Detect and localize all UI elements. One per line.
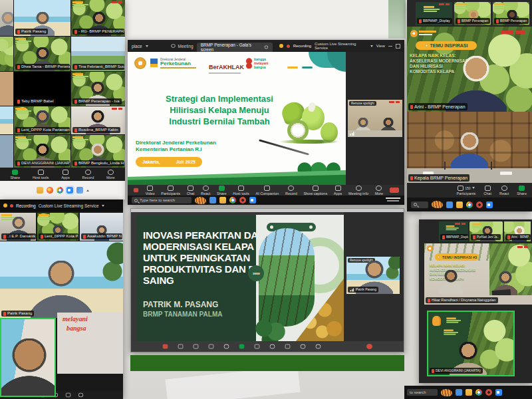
toolbar-icon[interactable]	[78, 393, 82, 397]
remove-spotlight-button[interactable]: Remove spotlight	[349, 101, 376, 106]
participants-button[interactable]: 150 Participants	[457, 186, 476, 196]
host-tools-button[interactable]: Host tools	[33, 170, 49, 180]
file-explorer-icon[interactable]	[466, 389, 472, 396]
camera-icon[interactable]	[178, 344, 184, 349]
file-explorer-icon[interactable]	[456, 201, 463, 208]
participant-tile[interactable]: Patrik Pasang	[14, 0, 70, 36]
share-button[interactable]: Share	[10, 170, 20, 180]
participant-tile[interactable]: ..l E.P. Damanik - B..	[0, 213, 36, 241]
firefox-icon[interactable]	[47, 187, 53, 194]
participant-tile[interactable]	[0, 72, 13, 106]
task-view-icon[interactable]	[456, 389, 462, 396]
chat-button[interactable]: Chat	[483, 186, 491, 196]
video-button[interactable]: Video	[146, 186, 155, 196]
app-icon[interactable]	[476, 201, 483, 208]
participants-icon[interactable]	[194, 344, 199, 349]
whiteboard-icon[interactable]	[255, 344, 260, 349]
view-button[interactable]: View	[376, 44, 385, 48]
ai-companion-button[interactable]: AI Companion	[255, 186, 279, 196]
apps-icon[interactable]	[301, 344, 306, 349]
spotlight-video-tile[interactable]: Remove spotlight	[348, 100, 402, 137]
zoom-app-icon[interactable]	[66, 187, 73, 194]
chat-button[interactable]: Chat	[187, 186, 195, 196]
tray-chevron-icon[interactable]	[86, 190, 89, 192]
host-tools-button[interactable]: Host tools	[233, 186, 249, 196]
apps-button[interactable]: Apps	[334, 186, 342, 196]
more-button[interactable]: More	[375, 186, 384, 196]
chrome-icon[interactable]	[466, 201, 473, 208]
participant-tile[interactable]: PurNati Jeni Ja..	[469, 221, 503, 241]
active-speaker-tile[interactable]: Kepala BRMP Penerapan	[407, 112, 532, 183]
streaming-status[interactable]: Custom Live Streaming Service	[39, 203, 99, 208]
active-speaker-tile[interactable]: Patrik Pasang	[0, 241, 123, 318]
captions-icon[interactable]	[285, 344, 291, 349]
participant-tile[interactable]: Leni_DPPP Kota Paria..	[37, 213, 78, 241]
chrome-icon[interactable]	[229, 197, 236, 203]
task-view-icon[interactable]	[209, 197, 216, 203]
zoom-app-icon[interactable]	[486, 201, 493, 208]
participant-tile[interactable]	[0, 0, 13, 36]
participant-tile[interactable]: Arini - BRMP ..	[504, 221, 531, 241]
active-speaker-tile[interactable]: DEVI ANGGRAINI (JAKARTA)	[427, 311, 515, 376]
participant-tile[interactable]: BRMP Penerapan	[493, 2, 529, 25]
leave-button[interactable]	[366, 344, 372, 349]
taskbar-search[interactable]: Type here to search	[132, 197, 192, 203]
workspace-menu[interactable]: place	[132, 44, 142, 49]
captions-button[interactable]: Show captions	[303, 186, 327, 196]
participant-tile[interactable]: Leni_DPPP Kota Pariaman	[14, 106, 70, 134]
mute-mic-icon[interactable]	[163, 344, 168, 349]
participant-tile[interactable]: BBPMMP_Display	[439, 221, 468, 241]
taskbar-search[interactable]: to search	[407, 389, 438, 396]
participant-tile[interactable]: Rosdina_BRMP Kabin	[71, 106, 125, 134]
tab-shared-screen[interactable]: BRMP Penerapan - Gala's screen	[197, 43, 273, 52]
participant-tile[interactable]: Teby BRMP Babel	[14, 72, 70, 106]
tiger-widget-icon[interactable]	[432, 201, 443, 208]
participant-tile[interactable]: BRMP Bengkulu_Linda Ha..	[71, 135, 125, 168]
participant-tile[interactable]: Awaluddin BPMP N..	[80, 213, 123, 241]
participant-tile[interactable]: BBPMMP_Display	[416, 2, 452, 25]
more-button[interactable]: More	[106, 170, 115, 180]
minimize-icon[interactable]	[388, 46, 393, 47]
participant-tile[interactable]: - RG- BRMP PENERAPAN	[71, 0, 125, 36]
media-app-icon[interactable]	[76, 187, 83, 194]
apps-button[interactable]: Apps	[61, 170, 70, 180]
active-speaker-closeup-tile[interactable]	[0, 318, 56, 397]
share-button[interactable]: Share	[517, 186, 527, 196]
toolbar-icon[interactable]	[65, 393, 70, 397]
app-icon[interactable]	[485, 389, 492, 396]
file-explorer-icon[interactable]	[219, 197, 226, 203]
active-speaker-tile[interactable]: TEMU INSPIRASI #3 KELAPA NAIK KELAS: AKS…	[424, 243, 532, 305]
chat-icon[interactable]	[209, 344, 214, 349]
tiger-widget-icon[interactable]	[441, 389, 452, 396]
participant-tile[interactable]	[0, 37, 13, 71]
leave-button[interactable]	[390, 188, 399, 193]
zoom-app-icon[interactable]	[249, 197, 256, 203]
more-icon[interactable]	[316, 344, 321, 349]
taskbar-search[interactable]	[411, 201, 428, 208]
participant-tile[interactable]: BRMP Penerapan - Iva	[71, 72, 125, 106]
system-clock[interactable]	[386, 198, 400, 203]
react-button[interactable]: React	[201, 186, 210, 196]
task-view-icon[interactable]	[446, 201, 453, 208]
react-icon[interactable]	[224, 344, 229, 349]
share-icon[interactable]	[239, 344, 245, 349]
tiger-widget-icon[interactable]	[195, 197, 206, 204]
record-button[interactable]: Record	[82, 170, 94, 180]
record-button[interactable]: Record	[285, 186, 297, 196]
participant-tile[interactable]	[0, 106, 13, 134]
participant-tile[interactable]: Dhea Tania - BRMP Penerapan	[14, 37, 70, 71]
mute-mic-icon[interactable]	[134, 188, 138, 192]
close-tab-icon[interactable]	[265, 46, 268, 49]
record-icon[interactable]	[270, 344, 275, 349]
participant-tile[interactable]: Tina Febrianti_BRMP Suta..	[71, 37, 125, 71]
meeting-info-button[interactable]: Meeting info	[348, 186, 368, 196]
tab-meeting[interactable]: Meeting	[170, 43, 194, 49]
file-explorer-icon[interactable]	[37, 187, 43, 194]
chrome-icon[interactable]	[57, 187, 63, 194]
active-speaker-tile[interactable]: TEMU INSPIRASI KELAPA NAIK KELAS: AKSELE…	[407, 27, 532, 112]
share-button[interactable]: Share	[217, 186, 227, 196]
chrome-icon[interactable]	[475, 389, 482, 396]
participant-tile[interactable]: BRMP Penerapan	[454, 2, 491, 25]
participants-button[interactable]: Participants	[161, 186, 180, 196]
app-icon[interactable]	[239, 197, 246, 203]
